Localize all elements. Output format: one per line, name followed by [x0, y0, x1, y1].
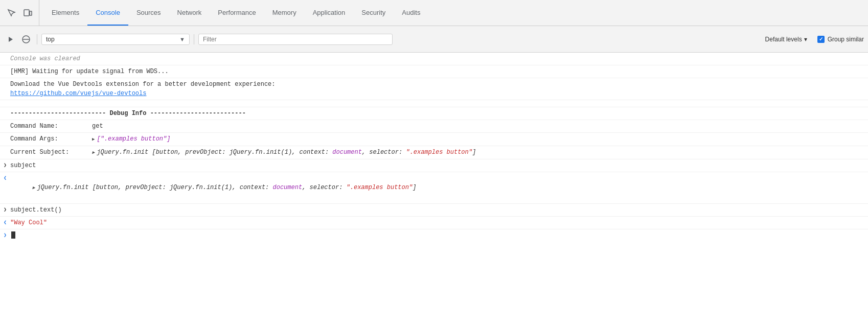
- current-subject-triangle[interactable]: [92, 148, 95, 157]
- filter-input[interactable]: [203, 36, 388, 43]
- tab-memory[interactable]: Memory: [264, 0, 305, 26]
- filter-input-container[interactable]: [198, 34, 393, 45]
- tab-list: Elements Console Sources Network Perform…: [43, 0, 864, 26]
- way-cool-line: ❮ "Way Cool": [0, 217, 868, 229]
- group-similar-label: Group similar: [828, 36, 864, 43]
- levels-dropdown-button[interactable]: Default levels ▾: [761, 34, 811, 44]
- inspect-icon[interactable]: [4, 6, 18, 20]
- tab-sources[interactable]: Sources: [128, 0, 169, 26]
- tab-application[interactable]: Application: [305, 0, 354, 26]
- context-dropdown-arrow: ▼: [179, 36, 185, 42]
- console-cleared-line: Console was cleared: [0, 53, 868, 65]
- console-content: Console was cleared [HMR] Waiting for up…: [0, 53, 868, 327]
- command-name-row: Command Name: get: [0, 120, 868, 133]
- current-subject-row: Current Subject: jQuery.fn.init [button,…: [0, 146, 868, 159]
- device-icon[interactable]: [20, 6, 35, 20]
- jquery-triangle[interactable]: [32, 183, 35, 193]
- tab-audits[interactable]: Audits: [394, 0, 428, 26]
- svg-rect-1: [30, 11, 32, 15]
- devtools-icons: [4, 0, 39, 26]
- execute-button[interactable]: [4, 33, 17, 46]
- devtools-tab-bar: Elements Console Sources Network Perform…: [0, 0, 868, 26]
- prompt-arrow: ❯: [0, 232, 10, 238]
- console-prompt-line: ❯: [0, 229, 868, 241]
- vue-devtools-link[interactable]: https://github.com/vuejs/vue-devtools: [10, 89, 146, 98]
- subject-text-line: ❯ subject.text(): [0, 204, 868, 217]
- command-args-row: Command Args: [".examples button"]: [0, 133, 868, 146]
- jquery-return-line: ❮ jQuery.fn.init [button, prevObject: jQ…: [0, 172, 868, 204]
- toolbar-separator: [37, 34, 37, 44]
- debug-separator-line: -------------------------- Debug Info --…: [0, 107, 868, 120]
- svg-marker-2: [9, 37, 13, 42]
- left-arrow-prefix-2: ❮: [0, 218, 10, 227]
- tab-elements[interactable]: Elements: [43, 0, 87, 26]
- vue-devtools-line: Download the Vue Devtools extension for …: [0, 78, 868, 100]
- tab-performance[interactable]: Performance: [210, 0, 264, 26]
- empty-line: [0, 100, 868, 107]
- hmr-message-line: [HMR] Waiting for update signal from WDS…: [0, 65, 868, 78]
- console-toolbar: top ▼ Default levels ▾ Group similar: [0, 26, 868, 53]
- group-similar-container: Group similar: [817, 36, 864, 43]
- right-arrow-prefix-2: ❯: [0, 205, 10, 215]
- tab-network[interactable]: Network: [169, 0, 210, 26]
- subject-line: ❯ subject: [0, 159, 868, 172]
- left-arrow-prefix: ❮: [0, 174, 10, 183]
- clear-console-button[interactable]: [19, 33, 33, 46]
- context-selector[interactable]: top ▼: [41, 34, 190, 45]
- tab-console[interactable]: Console: [87, 0, 128, 26]
- group-similar-checkbox[interactable]: [817, 36, 825, 43]
- svg-rect-0: [24, 10, 29, 16]
- toolbar-separator-2: [194, 34, 194, 44]
- right-arrow-prefix: ❯: [0, 161, 10, 170]
- cmd-args-triangle[interactable]: [92, 135, 95, 144]
- prompt-cursor[interactable]: [11, 231, 15, 239]
- tab-security[interactable]: Security: [353, 0, 394, 26]
